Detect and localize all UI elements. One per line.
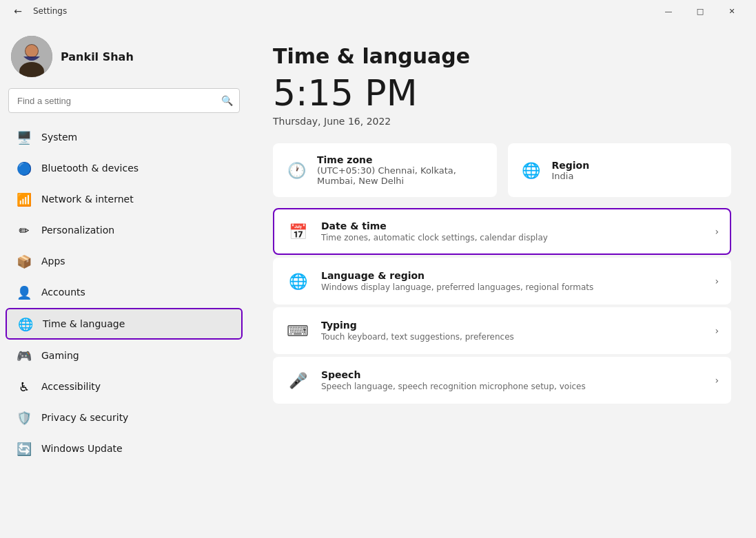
sidebar-item-apps[interactable]: 📦Apps: [6, 246, 243, 276]
sidebar-item-label-apps: Apps: [41, 256, 65, 267]
user-name: Pankil Shah: [61, 50, 134, 63]
settings-item-subtitle-typing: Touch keyboard, text suggestions, prefer…: [321, 332, 704, 342]
info-cards-row: 🕐Time zone(UTC+05:30) Chennai, Kolkata, …: [273, 143, 731, 197]
info-card-label-region: Region: [552, 160, 590, 171]
search-icon: 🔍: [221, 95, 233, 106]
current-date: Thursday, June 16, 2022: [273, 116, 731, 127]
sidebar-item-label-gaming: Gaming: [41, 350, 79, 361]
sidebar-item-label-bluetooth: Bluetooth & devices: [41, 163, 139, 174]
sidebar-item-gaming[interactable]: 🎮Gaming: [6, 340, 243, 371]
sidebar-item-label-system: System: [41, 132, 77, 143]
accessibility-icon: ♿: [17, 379, 32, 394]
settings-item-title-speech: Speech: [321, 369, 704, 380]
timezone-icon: 🕐: [284, 158, 309, 183]
chevron-right-icon: ›: [715, 375, 719, 386]
minimize-button[interactable]: —: [653, 0, 684, 22]
sidebar-item-label-update: Windows Update: [41, 443, 123, 454]
info-card-value-timezone: (UTC+05:30) Chennai, Kolkata, Mumbai, Ne…: [317, 165, 486, 186]
settings-item-language-region[interactable]: 🌐Language & regionWindows display langua…: [273, 258, 731, 304]
info-card-label-timezone: Time zone: [317, 154, 486, 165]
gaming-icon: 🎮: [17, 348, 32, 363]
settings-item-subtitle-language-region: Windows display language, preferred lang…: [321, 282, 704, 292]
system-icon: 🖥️: [17, 130, 32, 145]
settings-item-text-date-time: Date & timeTime zones, automatic clock s…: [321, 220, 704, 242]
app-body: Pankil Shah 🔍 🖥️System🔵Bluetooth & devic…: [0, 22, 756, 538]
sidebar-item-privacy[interactable]: 🛡️Privacy & security: [6, 402, 243, 433]
language-region-icon: 🌐: [285, 269, 310, 293]
region-icon: 🌐: [519, 158, 544, 183]
date-time-icon: 📅: [285, 219, 310, 244]
sidebar-item-label-privacy: Privacy & security: [41, 412, 128, 423]
speech-icon: 🎤: [285, 368, 310, 393]
info-card-value-region: India: [552, 171, 590, 181]
personalization-icon: ✏️: [17, 223, 32, 238]
content-area: Time & language 5:15 PM Thursday, June 1…: [248, 22, 756, 538]
info-card-content-timezone: Time zone(UTC+05:30) Chennai, Kolkata, M…: [317, 154, 486, 186]
sidebar-item-system[interactable]: 🖥️System: [6, 122, 243, 152]
apps-icon: 📦: [17, 254, 32, 269]
sidebar-item-update[interactable]: 🔄Windows Update: [6, 433, 243, 464]
settings-item-text-speech: SpeechSpeech language, speech recognitio…: [321, 369, 704, 391]
sidebar-nav: 🖥️System🔵Bluetooth & devices📶Network & i…: [0, 121, 248, 527]
sidebar-item-accounts[interactable]: 👤Accounts: [6, 277, 243, 307]
settings-item-subtitle-date-time: Time zones, automatic clock settings, ca…: [321, 233, 704, 242]
sidebar-item-personalization[interactable]: ✏️Personalization: [6, 215, 243, 245]
typing-icon: ⌨️: [285, 318, 310, 343]
chevron-right-icon: ›: [715, 276, 719, 287]
svg-point-3: [25, 45, 38, 57]
info-card-region[interactable]: 🌐RegionIndia: [508, 143, 732, 197]
sidebar-item-label-time: Time & language: [43, 318, 125, 329]
bluetooth-icon: 🔵: [17, 161, 32, 176]
page-title: Time & language: [273, 44, 731, 68]
settings-item-text-language-region: Language & regionWindows display languag…: [321, 270, 704, 292]
window-controls: — □ ✕: [653, 0, 748, 22]
sidebar-item-time[interactable]: 🌐Time & language: [6, 308, 243, 340]
info-card-content-region: RegionIndia: [552, 160, 590, 181]
network-icon: 📶: [17, 192, 32, 207]
sidebar-item-accessibility[interactable]: ♿Accessibility: [6, 371, 243, 402]
sidebar-item-label-accessibility: Accessibility: [41, 381, 101, 392]
privacy-icon: 🛡️: [17, 410, 32, 425]
chevron-right-icon: ›: [715, 226, 719, 237]
current-time: 5:15 PM: [273, 74, 731, 113]
avatar: [11, 36, 52, 77]
time-icon: 🌐: [18, 316, 33, 331]
sidebar-item-label-accounts: Accounts: [41, 287, 85, 298]
settings-item-text-typing: TypingTouch keyboard, text suggestions, …: [321, 320, 704, 342]
settings-item-title-typing: Typing: [321, 320, 704, 331]
accounts-icon: 👤: [17, 284, 32, 300]
settings-item-date-time[interactable]: 📅Date & timeTime zones, automatic clock …: [273, 208, 731, 255]
search-input[interactable]: [8, 88, 240, 113]
settings-item-speech[interactable]: 🎤SpeechSpeech language, speech recogniti…: [273, 357, 731, 404]
info-card-timezone[interactable]: 🕐Time zone(UTC+05:30) Chennai, Kolkata, …: [273, 143, 497, 197]
maximize-button[interactable]: □: [684, 0, 716, 22]
settings-item-title-date-time: Date & time: [321, 220, 704, 231]
sidebar: Pankil Shah 🔍 🖥️System🔵Bluetooth & devic…: [0, 22, 248, 538]
app-title: Settings: [33, 6, 67, 16]
sidebar-item-bluetooth[interactable]: 🔵Bluetooth & devices: [6, 153, 243, 183]
close-button[interactable]: ✕: [716, 0, 748, 22]
settings-item-title-language-region: Language & region: [321, 270, 704, 281]
search-box: 🔍: [8, 88, 240, 113]
settings-item-subtitle-speech: Speech language, speech recognition micr…: [321, 382, 704, 391]
sidebar-item-label-network: Network & internet: [41, 194, 134, 205]
settings-list: 📅Date & timeTime zones, automatic clock …: [273, 208, 731, 404]
settings-item-typing[interactable]: ⌨️TypingTouch keyboard, text suggestions…: [273, 307, 731, 354]
sidebar-item-label-personalization: Personalization: [41, 225, 114, 236]
update-icon: 🔄: [17, 441, 32, 456]
sidebar-item-network[interactable]: 📶Network & internet: [6, 184, 243, 214]
back-button[interactable]: ←: [8, 1, 28, 21]
user-profile[interactable]: Pankil Shah: [0, 22, 248, 88]
chevron-right-icon: ›: [715, 325, 719, 336]
title-bar: ← Settings — □ ✕: [0, 0, 756, 22]
